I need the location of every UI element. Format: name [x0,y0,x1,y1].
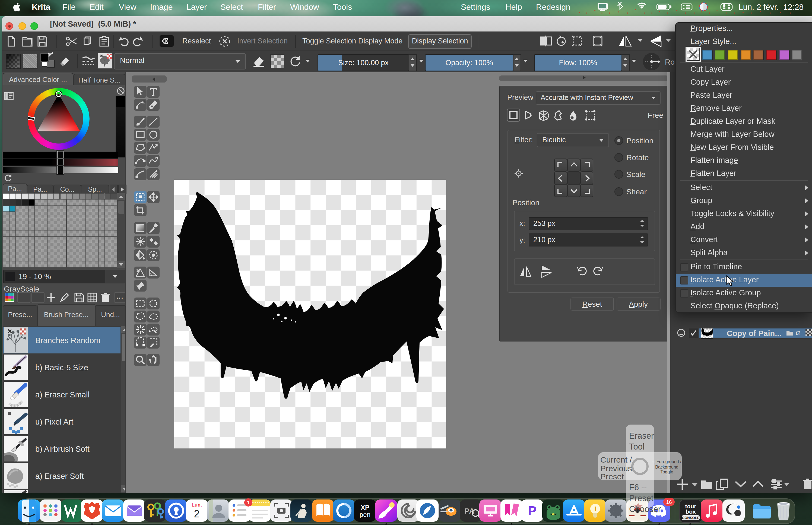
svg-text:pen: pen [359,511,370,518]
svg-text:Lun.: Lun. [191,502,202,508]
svg-text:XP: XP [361,504,369,511]
svg-text:box: box [685,508,695,515]
svg-text:2: 2 [194,508,199,520]
svg-text:P: P [527,504,536,518]
svg-text:CONSOLE: CONSOLE [682,516,699,520]
svg-text:Free: Free [647,111,663,119]
